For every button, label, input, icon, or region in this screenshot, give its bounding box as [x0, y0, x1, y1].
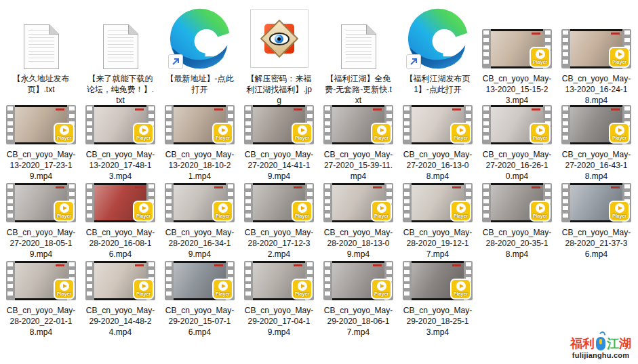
shortcut-arrow-icon — [406, 54, 421, 69]
page-fold-decor — [128, 24, 138, 35]
file-label: CB_cn_yoyo_May-29-2020_17-04-19.mp4 — [245, 305, 314, 338]
play-icon — [139, 203, 148, 213]
player-badge-label: Player — [57, 213, 71, 219]
player-badge: Player — [133, 123, 154, 144]
filmstrip-holes-left — [166, 184, 172, 221]
file-item-video[interactable]: Player CB_cn_yoyo_May-13-2020_15-15-23.m… — [477, 4, 557, 106]
file-item-video[interactable]: Player CB_cn_yoyo_May-28-2020_20-35-18.m… — [477, 184, 557, 262]
filmstrip-holes-left — [245, 184, 251, 221]
file-item-video[interactable]: Player CB_cn_yoyo_May-29-2020_17-04-19.m… — [239, 262, 319, 340]
file-item-video[interactable]: Player CB_cn_yoyo_May-27-2020_16-13-08.m… — [398, 106, 477, 184]
watermark-domain: fulijianghu.com — [570, 351, 631, 359]
player-badge-label: Player — [533, 213, 547, 219]
file-item-edge-shortcut[interactable]: 【福利江湖发布页1】-点此打开 — [398, 4, 477, 106]
file-item-video[interactable]: Player CB_cn_yoyo_May-27-2020_16-26-10.m… — [477, 106, 557, 184]
player-badge: Player — [609, 47, 630, 68]
player-badge-label: Player — [57, 291, 71, 297]
file-item-video[interactable]: Player CB_cn_yoyo_May-13-2020_16-24-18.m… — [557, 4, 636, 106]
filmstrip-icon: Player — [244, 105, 314, 144]
file-label: 【来了就能下载的论坛，纯免费！】.txt — [86, 73, 155, 106]
file-item-txt[interactable]: 【来了就能下载的论坛，纯免费！】.txt — [81, 4, 160, 106]
filmstrip-icon: Player — [6, 183, 76, 222]
play-icon — [456, 203, 466, 213]
player-badge-label: Player — [612, 59, 626, 65]
file-item-video[interactable]: Player CB_cn_yoyo_May-28-2020_16-08-16.m… — [81, 184, 160, 262]
file-item-video[interactable]: Player CB_cn_yoyo_May-27-2020_14-41-19.m… — [239, 106, 319, 184]
filmstrip-icon: Player — [165, 261, 235, 300]
red-square-decor — [264, 24, 294, 54]
file-item-video[interactable]: Player CB_cn_yoyo_May-29-2020_15-07-16.m… — [160, 262, 239, 340]
file-item-video[interactable]: Player CB_cn_yoyo_May-29-2020_18-06-17.m… — [319, 262, 398, 340]
filmstrip-holes-left — [87, 106, 92, 143]
file-label: CB_cn_yoyo_May-27-2020_16-43-18.mp4 — [562, 149, 631, 182]
filmstrip-holes-left — [87, 262, 92, 299]
file-label: CB_cn_yoyo_May-28-2020_21-37-36.mp4 — [562, 227, 631, 260]
play-icon — [139, 281, 148, 291]
file-item-video[interactable]: Player CB_cn_yoyo_May-28-2020_16-34-19.m… — [160, 184, 239, 262]
filmstrip-icon: Player — [561, 183, 631, 222]
file-icon-zone: Player — [403, 184, 473, 224]
file-item-txt[interactable]: 【永久地址发布页】.txt — [1, 4, 81, 106]
player-badge: Player — [54, 279, 75, 300]
file-item-video[interactable]: Player CB_cn_yoyo_May-28-2020_19-12-17.m… — [398, 184, 477, 262]
filmstrip-holes-left — [563, 184, 568, 221]
play-icon — [218, 203, 228, 213]
file-icon-zone: Player — [6, 106, 76, 146]
player-badge-label: Player — [454, 291, 468, 297]
play-icon — [615, 203, 624, 213]
player-badge-label: Player — [136, 135, 151, 141]
player-badge: Player — [292, 201, 313, 222]
file-icon-zone: Player — [561, 184, 631, 224]
play-icon — [218, 281, 228, 291]
file-item-txt[interactable]: 【福利江湖】全免费-无套路-更新快.txt — [319, 4, 398, 106]
file-item-video[interactable]: Player CB_cn_yoyo_May-28-2020_17-12-32.m… — [239, 184, 319, 262]
play-icon — [536, 203, 545, 213]
text-document-icon — [103, 24, 138, 69]
file-item-video[interactable]: Player CB_cn_yoyo_May-29-2020_18-25-13.m… — [398, 262, 477, 340]
file-icon-zone — [168, 4, 232, 70]
player-badge: Player — [609, 201, 630, 222]
file-icon-zone: Player — [165, 262, 235, 302]
filmstrip-holes-left — [483, 31, 489, 67]
file-label: CB_cn_yoyo_May-13-2020_17-48-13.mp4 — [86, 149, 155, 182]
file-item-video[interactable]: Player CB_cn_yoyo_May-28-2020_18-13-09.m… — [319, 184, 398, 262]
file-item-video[interactable]: Player CB_cn_yoyo_May-27-2020_15-39-11.m… — [319, 106, 398, 184]
filmstrip-icon: Player — [323, 261, 393, 300]
play-icon — [60, 125, 69, 135]
file-label: CB_cn_yoyo_May-13-2020_16-24-18.mp4 — [562, 73, 631, 106]
watermark-char: 湖 — [619, 337, 631, 350]
file-icon-zone: Player — [482, 184, 552, 224]
file-item-video[interactable]: Player CB_cn_yoyo_May-28-2020_21-37-36.m… — [557, 184, 636, 262]
file-label: CB_cn_yoyo_May-27-2020_15-39-11.mp4 — [324, 149, 393, 182]
file-label: CB_cn_yoyo_May-27-2020_16-26-10.mp4 — [483, 149, 552, 182]
player-badge-label: Player — [612, 135, 626, 141]
file-label: CB_cn_yoyo_May-27-2020_14-41-19.mp4 — [245, 149, 314, 182]
filmstrip-holes-left — [245, 106, 251, 143]
filmstrip-icon: Player — [85, 261, 155, 300]
file-item-edge-shortcut[interactable]: 【最新地址】-点此打开 — [160, 4, 239, 106]
file-item-video[interactable]: Player CB_cn_yoyo_May-13-2020_17-23-19.m… — [1, 106, 81, 184]
filmstrip-icon: Player — [482, 105, 552, 144]
play-icon — [377, 203, 386, 213]
file-item-video[interactable]: Player CB_cn_yoyo_May-29-2020_14-48-24.m… — [81, 262, 160, 340]
file-icon-zone: Player — [482, 106, 552, 146]
play-icon — [377, 125, 386, 135]
watermark-text: 福利江湖 — [570, 337, 631, 350]
player-badge: Player — [212, 123, 233, 144]
filmstrip-icon: Player — [244, 261, 314, 300]
filmstrip-icon: Player — [85, 183, 155, 222]
file-item-video[interactable]: Player CB_cn_yoyo_May-13-2020_18-10-21.m… — [160, 106, 239, 184]
file-item-jpg[interactable]: 【解压密码：来福利江湖找福利】.jpg — [239, 4, 319, 106]
play-icon — [218, 125, 228, 135]
file-label: CB_cn_yoyo_May-29-2020_14-48-24.mp4 — [86, 305, 155, 338]
file-item-video[interactable]: Player CB_cn_yoyo_May-28-2020_22-01-18.m… — [1, 262, 81, 340]
file-label: 【永久地址发布页】.txt — [7, 73, 76, 95]
file-item-video[interactable]: Player CB_cn_yoyo_May-27-2020_16-43-18.m… — [557, 106, 636, 184]
file-icon-zone — [103, 4, 138, 70]
file-item-video[interactable]: Player CB_cn_yoyo_May-13-2020_17-48-13.m… — [81, 106, 160, 184]
player-badge: Player — [371, 123, 392, 144]
filmstrip-holes-left — [404, 106, 410, 143]
filmstrip-holes-left — [7, 184, 13, 221]
file-item-video[interactable]: Player CB_cn_yoyo_May-27-2020_18-05-19.m… — [1, 184, 81, 262]
page-fold-decor — [49, 24, 59, 35]
